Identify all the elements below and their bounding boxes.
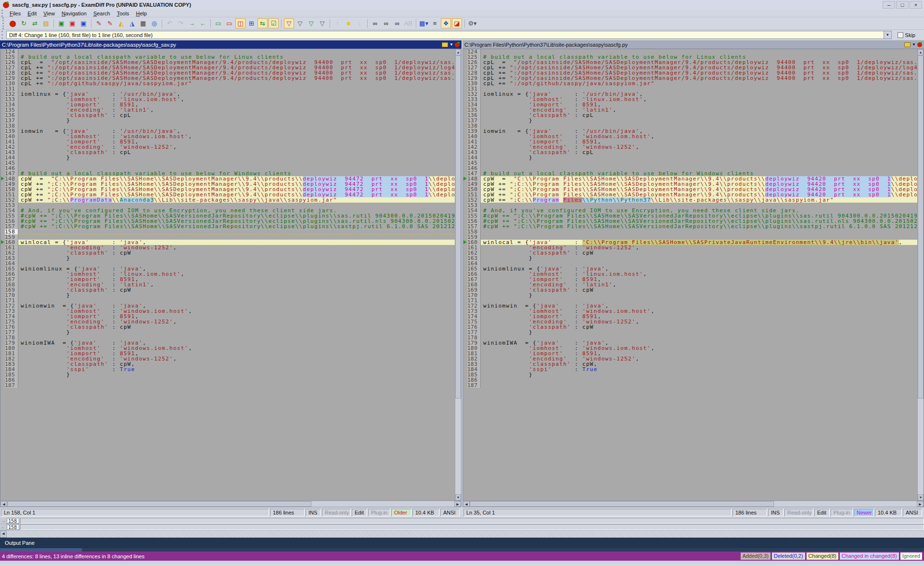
- scroll-down-icon[interactable]: ▼: [918, 494, 924, 501]
- titlebar: sascfg_sav.py | sascfg.py - ExamDiff Pro…: [0, 0, 924, 10]
- menu-files[interactable]: Files: [6, 10, 24, 17]
- maximize-button[interactable]: □: [896, 1, 909, 9]
- horizontal-scroll-thumb[interactable]: [470, 501, 774, 507]
- redo-icon[interactable]: ↷: [176, 18, 186, 28]
- previous-difference-icon[interactable]: ←: [198, 18, 208, 28]
- code-line: 167 'iomport' : 8591,: [0, 277, 455, 282]
- show-first-only-icon[interactable]: ▭: [213, 18, 223, 28]
- status-ins: INS: [306, 509, 321, 516]
- code-line: 150cpW += ";C:\\Program Files\\SASHome\\…: [463, 187, 917, 192]
- menubar-grip[interactable]: [1, 10, 5, 17]
- filter-all-diffs-icon[interactable]: ▽: [284, 18, 294, 28]
- diffbar-grip[interactable]: [1, 31, 5, 39]
- menu-search[interactable]: Search: [90, 10, 114, 17]
- scroll-right-icon[interactable]: ▶: [917, 501, 924, 507]
- current-block-icon[interactable]: ■: [344, 18, 354, 28]
- status-badge: Changed(8): [807, 553, 838, 560]
- scroll-up-icon[interactable]: ▲: [918, 49, 924, 55]
- bottom-statusbar: 4 differences: 8 lines, 13 inline differ…: [0, 552, 924, 561]
- skip-checkbox[interactable]: [898, 32, 903, 38]
- scroll-left-icon[interactable]: ◀: [0, 501, 7, 507]
- file-options-dropdown-icon[interactable]: ▼: [449, 42, 453, 47]
- current-line-field[interactable]: [20, 524, 924, 530]
- close-button[interactable]: ×: [910, 1, 922, 9]
- status-age: Older: [391, 509, 411, 516]
- print-preview-icon[interactable]: ◎: [149, 18, 159, 28]
- code-line: 160winlocal = {'java' : 'C:\\Program Fil…: [463, 240, 917, 245]
- file-options-icon[interactable]: [904, 42, 911, 47]
- edit-first-file-icon[interactable]: ✎: [94, 18, 104, 28]
- save-second-file-icon[interactable]: ▣: [67, 18, 77, 28]
- code-line: 177 }: [0, 330, 455, 335]
- scroll-down-icon[interactable]: ▼: [455, 494, 461, 501]
- filter-changed-icon[interactable]: ▽: [317, 18, 327, 28]
- status-lines: 186 lines: [270, 509, 305, 516]
- horizontal-scroll-thumb[interactable]: [7, 501, 311, 507]
- first-file-vertical-scrollbar[interactable]: ▲ ▼: [455, 49, 461, 501]
- second-file-vertical-scrollbar[interactable]: ▲ ▼: [917, 49, 924, 501]
- settings-icon[interactable]: ⚙▾: [467, 18, 477, 28]
- menu-tools[interactable]: Tools: [114, 10, 133, 17]
- menu-view[interactable]: View: [40, 10, 58, 17]
- copy-line-arrow-icon[interactable]: →: [0, 518, 7, 524]
- move-up-icon[interactable]: ↑: [333, 18, 343, 28]
- save-all-icon[interactable]: ▣: [78, 18, 89, 28]
- copy-line-arrow-icon[interactable]: ←: [0, 524, 7, 530]
- synchronize-scrolling-icon[interactable]: ⇆: [257, 18, 268, 28]
- save-diff-first-icon[interactable]: ◭: [116, 18, 126, 28]
- match-case-icon[interactable]: AB: [403, 18, 413, 28]
- scroll-left-icon[interactable]: ◀: [463, 501, 470, 507]
- open-icon[interactable]: ▤: [41, 18, 51, 28]
- plugins-icon[interactable]: ❖: [441, 18, 451, 28]
- scroll-left-icon[interactable]: ◀: [0, 530, 7, 538]
- code-line: 152cpW += ";C:\\Program Files\\Python\\P…: [463, 197, 917, 203]
- vertical-scroll-thumb[interactable]: [455, 55, 461, 399]
- recompare-swapped-icon[interactable]: ⇄: [30, 18, 40, 28]
- current-line-field[interactable]: [20, 518, 924, 524]
- menu-help[interactable]: Help: [132, 10, 150, 17]
- diff-summary: 4 differences: 8 lines, 13 inline differ…: [2, 553, 144, 559]
- line-details-icon[interactable]: ≡: [430, 18, 440, 28]
- menu-navigation[interactable]: Navigation: [58, 10, 90, 17]
- filter-deleted-icon[interactable]: ▽: [306, 18, 316, 28]
- mini-editor-scrollbar[interactable]: ◀: [0, 530, 924, 538]
- file-options-dropdown-icon[interactable]: ▼: [912, 42, 916, 47]
- second-file-header[interactable]: C:\Program Files\Python\Python37\Lib\sit…: [462, 40, 924, 49]
- edit-second-file-icon[interactable]: ✎: [105, 18, 115, 28]
- line-number: 187: [467, 383, 481, 388]
- split-view-icon[interactable]: ◫: [235, 18, 245, 28]
- grid-view-icon[interactable]: ⊞: [246, 18, 257, 28]
- vertical-scroll-thumb[interactable]: [918, 55, 924, 399]
- find-previous-icon[interactable]: ∞: [392, 18, 402, 28]
- undo-icon[interactable]: ↶: [165, 18, 175, 28]
- scroll-up-icon[interactable]: ▲: [455, 49, 461, 55]
- find-icon[interactable]: ∞: [370, 18, 380, 28]
- scroll-right-icon[interactable]: ▶: [454, 501, 461, 507]
- save-first-file-icon[interactable]: ▣: [56, 18, 66, 28]
- first-file-code-area[interactable]: 124125# build out a local classpath vari…: [0, 49, 455, 501]
- first-file-horizontal-scrollbar[interactable]: ◀ ▶: [0, 501, 462, 507]
- print-icon[interactable]: ▦: [138, 18, 148, 28]
- edit-mode-icon[interactable]: ◪: [452, 18, 462, 28]
- second-file-horizontal-scrollbar[interactable]: ◀ ▶: [462, 501, 924, 507]
- file-options-icon[interactable]: [442, 42, 448, 47]
- move-down-icon[interactable]: ↓: [355, 18, 365, 28]
- show-second-only-icon[interactable]: ▭: [224, 18, 234, 28]
- view-options-icon[interactable]: ▦▾: [419, 18, 429, 28]
- toolbar-grip[interactable]: [2, 17, 6, 29]
- minimize-button[interactable]: –: [883, 1, 895, 9]
- first-file-header[interactable]: C:\Program Files\Python\Python37\Lib\sit…: [0, 40, 462, 49]
- next-difference-icon[interactable]: →: [187, 18, 197, 28]
- menu-edit[interactable]: Edit: [24, 10, 40, 17]
- current-diff-combo[interactable]: Diff 4: Change 1 line (160, first file) …: [6, 31, 884, 39]
- show-checkboxes-icon[interactable]: ☑: [269, 18, 279, 28]
- diff-combo-dropdown-icon[interactable]: ▼: [884, 31, 892, 39]
- recompare-icon[interactable]: ↻: [19, 18, 29, 28]
- filter-added-icon[interactable]: ▽: [295, 18, 305, 28]
- output-pane-header[interactable]: Output Pane: [0, 538, 924, 548]
- find-next-icon[interactable]: ∞: [381, 18, 391, 28]
- save-diff-second-icon[interactable]: ◮: [127, 18, 137, 28]
- compare-icon[interactable]: ⬤: [8, 18, 18, 28]
- code-line: 171: [0, 298, 455, 303]
- second-file-code-area[interactable]: 124125# build out a local classpath vari…: [463, 49, 917, 501]
